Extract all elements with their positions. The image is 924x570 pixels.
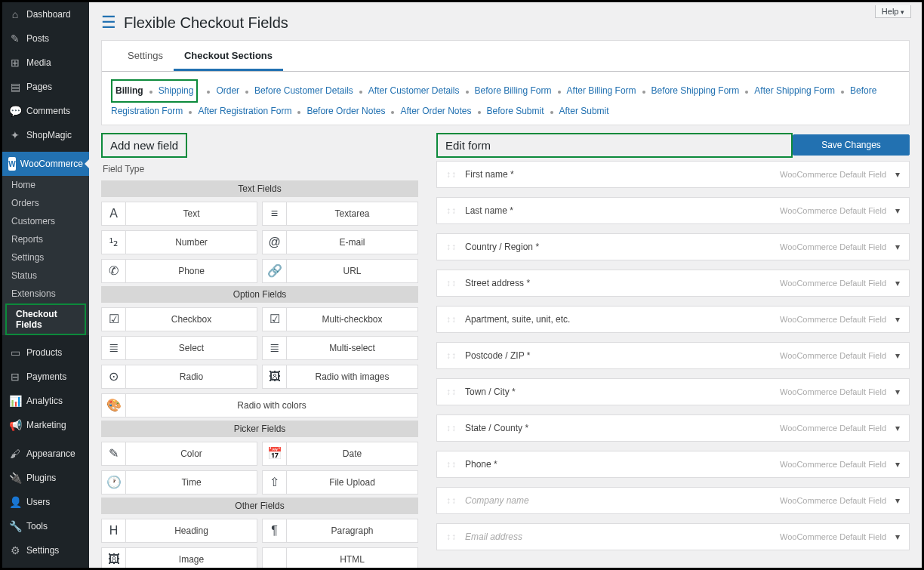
subtab-after-shipping-form[interactable]: After Shipping Form (754, 85, 835, 96)
sidebar-item-products[interactable]: ▭Products (2, 340, 89, 365)
drag-handle-icon[interactable] (446, 242, 456, 252)
subtab-shipping[interactable]: Shipping (159, 85, 194, 96)
subtab-after-submit[interactable]: After Submit (559, 106, 609, 116)
sidebar-sub-status[interactable]: Status (2, 267, 89, 285)
help-tab[interactable]: Help (875, 5, 911, 18)
field-type-multi-checkbox[interactable]: ☑Multi-checkbox (262, 307, 418, 331)
sidebar-item-tools[interactable]: 🔧Tools (2, 514, 89, 538)
chevron-down-icon[interactable]: ▾ (895, 278, 900, 288)
subtab-after-billing-form[interactable]: After Billing Form (567, 85, 636, 96)
image-icon: 🖼 (102, 548, 126, 568)
chevron-down-icon[interactable]: ▾ (895, 423, 900, 433)
sidebar-sub-reports[interactable]: Reports (2, 230, 89, 248)
form-field-row[interactable]: First name *WooCommerce Default Field▾ (436, 161, 910, 188)
field-type-checkbox[interactable]: ☑Checkbox (101, 307, 257, 331)
sidebar-item-dashboard[interactable]: ⌂Dashboard (2, 2, 89, 26)
subtab-before-shipping-form[interactable]: Before Shipping Form (651, 85, 740, 96)
field-type-image[interactable]: 🖼Image (101, 547, 257, 568)
form-field-row[interactable]: Postcode / ZIP *WooCommerce Default Fiel… (436, 342, 910, 369)
form-field-row[interactable]: Town / City *WooCommerce Default Field▾ (436, 378, 910, 405)
drag-handle-icon[interactable] (446, 314, 456, 325)
field-type-multi-select[interactable]: ≣Multi-select (262, 336, 418, 360)
form-field-row[interactable]: State / County *WooCommerce Default Fiel… (436, 414, 910, 442)
form-field-row[interactable]: Apartment, suite, unit, etc.WooCommerce … (436, 306, 910, 333)
drag-handle-icon[interactable] (446, 387, 456, 397)
field-type-select[interactable]: ≣Select (101, 336, 257, 360)
save-changes-button[interactable]: Save Changes (793, 134, 910, 156)
sidebar-item-wp-desk[interactable]: ▸WP Desk (2, 567, 89, 568)
field-type-heading[interactable]: HHeading (101, 519, 257, 543)
chevron-down-icon[interactable]: ▾ (895, 495, 900, 506)
sidebar-item-marketing[interactable]: 📢Marketing (2, 413, 89, 437)
sidebar-item-woocommerce[interactable]: W WooCommerce (2, 152, 89, 176)
chevron-down-icon[interactable]: ▾ (895, 350, 900, 361)
tab-settings[interactable]: Settings (117, 41, 174, 71)
tab-checkout-sections[interactable]: Checkout Sections (174, 41, 283, 71)
drag-handle-icon[interactable] (446, 278, 456, 288)
chevron-down-icon[interactable]: ▾ (895, 242, 900, 252)
sidebar-item-media[interactable]: ⊞Media (2, 51, 89, 75)
sidebar-item-plugins[interactable]: 🔌Plugins (2, 466, 89, 490)
chevron-down-icon[interactable]: ▾ (895, 459, 900, 470)
sidebar-item-pages[interactable]: ▤Pages (2, 75, 89, 99)
field-type-color[interactable]: ✎Color (101, 442, 257, 466)
field-type-html[interactable]: HTML (262, 547, 418, 568)
subtab-after-registration-form[interactable]: After Registration Form (198, 106, 291, 116)
field-type-radio[interactable]: ⊙Radio (101, 365, 257, 389)
sidebar-sub-orders[interactable]: Orders (2, 194, 89, 212)
subtab-order[interactable]: Order (216, 85, 239, 96)
subtab-after-customer-details[interactable]: After Customer Details (368, 85, 460, 96)
chevron-down-icon[interactable]: ▾ (895, 169, 900, 180)
subtab-before-submit[interactable]: Before Submit (487, 106, 544, 116)
subtab-before-order-notes[interactable]: Before Order Notes (306, 106, 385, 116)
main-panel: Settings Checkout Sections BillingShippi… (101, 40, 910, 125)
form-field-row[interactable]: Country / Region *WooCommerce Default Fi… (436, 233, 910, 260)
field-type-e-mail[interactable]: @E-mail (262, 230, 418, 254)
subtab-before-customer-details[interactable]: Before Customer Details (254, 85, 353, 96)
sidebar-item-users[interactable]: 👤Users (2, 490, 89, 514)
sidebar-item-posts[interactable]: ✎Posts (2, 26, 89, 51)
field-type-paragraph[interactable]: ¶Paragraph (262, 519, 418, 543)
drag-handle-icon[interactable] (446, 169, 456, 180)
field-type-file-upload[interactable]: ⇧File Upload (262, 470, 418, 495)
form-field-row[interactable]: Email addressWooCommerce Default Field▾ (436, 523, 910, 550)
drag-handle-icon[interactable] (446, 459, 456, 470)
sidebar-sub-extensions[interactable]: Extensions (2, 285, 89, 303)
subtab-before-billing-form[interactable]: Before Billing Form (475, 85, 552, 96)
form-field-row[interactable]: Phone *WooCommerce Default Field▾ (436, 451, 910, 478)
field-type-label: Date (287, 448, 417, 459)
field-type-date[interactable]: 📅Date (262, 442, 418, 466)
field-type-radio-with-colors[interactable]: 🎨Radio with colors (101, 393, 418, 417)
sidebar-sub-settings[interactable]: Settings (2, 248, 89, 267)
drag-handle-icon[interactable] (446, 350, 456, 361)
drag-handle-icon[interactable] (446, 495, 456, 506)
field-type-phone[interactable]: ✆Phone (101, 259, 257, 283)
drag-handle-icon[interactable] (446, 205, 456, 216)
sidebar-sub-checkout-fields[interactable]: Checkout Fields (5, 303, 86, 335)
field-type-radio-with-images[interactable]: 🖼Radio with images (262, 365, 418, 389)
field-type-textarea[interactable]: ≡Textarea (262, 202, 418, 226)
sidebar-item-payments[interactable]: ⊟Payments (2, 365, 89, 389)
chevron-down-icon[interactable]: ▾ (895, 387, 900, 397)
field-type-url[interactable]: 🔗URL (262, 259, 418, 283)
form-field-row[interactable]: Company nameWooCommerce Default Field▾ (436, 487, 910, 514)
subtab-billing[interactable]: Billing (116, 85, 143, 96)
sidebar-item-comments[interactable]: 💬Comments (2, 99, 89, 123)
field-type-time[interactable]: 🕐Time (101, 470, 257, 495)
field-type-number[interactable]: ¹₂Number (101, 230, 257, 254)
sidebar-item-settings[interactable]: ⚙Settings (2, 538, 89, 562)
field-type-text[interactable]: AText (101, 202, 257, 226)
sidebar-item-appearance[interactable]: 🖌Appearance (2, 442, 89, 466)
sidebar-item-analytics[interactable]: 📊Analytics (2, 389, 89, 413)
drag-handle-icon[interactable] (446, 423, 456, 433)
form-field-row[interactable]: Street address *WooCommerce Default Fiel… (436, 270, 910, 297)
chevron-down-icon[interactable]: ▾ (895, 205, 900, 216)
sidebar-sub-home[interactable]: Home (2, 176, 89, 194)
drag-handle-icon[interactable] (446, 531, 456, 542)
subtab-after-order-notes[interactable]: After Order Notes (400, 106, 471, 116)
sidebar-item-shopmagic[interactable]: ✦ShopMagic (2, 123, 89, 147)
chevron-down-icon[interactable]: ▾ (895, 314, 900, 325)
sidebar-sub-customers[interactable]: Customers (2, 212, 89, 230)
chevron-down-icon[interactable]: ▾ (895, 531, 900, 542)
form-field-row[interactable]: Last name *WooCommerce Default Field▾ (436, 197, 910, 224)
